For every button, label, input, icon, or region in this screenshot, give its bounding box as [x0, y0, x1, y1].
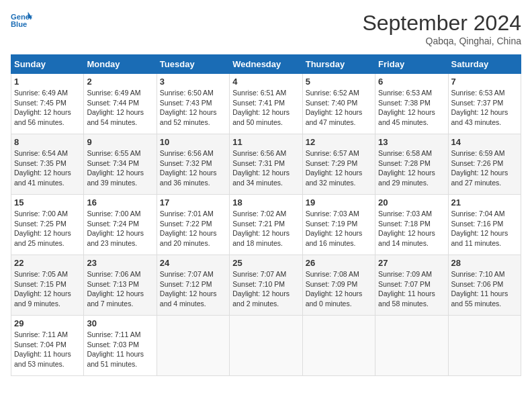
- day-info: Sunrise: 6:51 AM Sunset: 7:41 PM Dayligh…: [232, 88, 299, 128]
- day-number: 27: [378, 258, 445, 268]
- day-number: 21: [451, 197, 518, 208]
- day-number: 23: [87, 258, 153, 268]
- table-row: 2Sunrise: 6:49 AM Sunset: 7:44 PM Daylig…: [84, 74, 157, 134]
- table-row: 15Sunrise: 7:00 AM Sunset: 7:25 PM Dayli…: [11, 195, 84, 255]
- day-number: 10: [160, 137, 226, 147]
- calendar-week-4: 29Sunrise: 7:11 AM Sunset: 7:04 PM Dayli…: [11, 316, 521, 376]
- day-info: Sunrise: 7:08 AM Sunset: 7:09 PM Dayligh…: [306, 269, 372, 309]
- day-number: 26: [306, 258, 372, 268]
- calendar-week-2: 15Sunrise: 7:00 AM Sunset: 7:25 PM Dayli…: [11, 195, 521, 255]
- table-row: 23Sunrise: 7:06 AM Sunset: 7:13 PM Dayli…: [84, 255, 157, 316]
- day-info: Sunrise: 7:05 AM Sunset: 7:15 PM Dayligh…: [14, 269, 81, 309]
- table-row: 11Sunrise: 6:56 AM Sunset: 7:31 PM Dayli…: [230, 134, 302, 195]
- day-info: Sunrise: 7:11 AM Sunset: 7:04 PM Dayligh…: [14, 330, 81, 369]
- day-info: Sunrise: 6:56 AM Sunset: 7:32 PM Dayligh…: [160, 148, 226, 188]
- day-number: 19: [306, 197, 372, 208]
- table-row: [157, 316, 229, 376]
- table-row: 8Sunrise: 6:54 AM Sunset: 7:35 PM Daylig…: [11, 134, 84, 195]
- day-info: Sunrise: 7:00 AM Sunset: 7:25 PM Dayligh…: [14, 209, 81, 248]
- day-number: 18: [232, 197, 299, 208]
- table-row: 14Sunrise: 6:59 AM Sunset: 7:26 PM Dayli…: [448, 134, 521, 195]
- location-subtitle: Qabqa, Qinghai, China: [362, 36, 521, 46]
- day-info: Sunrise: 7:09 AM Sunset: 7:07 PM Dayligh…: [378, 269, 445, 309]
- col-tuesday: Tuesday: [157, 55, 229, 74]
- logo-icon: General Blue: [11, 11, 32, 30]
- day-info: Sunrise: 6:55 AM Sunset: 7:34 PM Dayligh…: [87, 148, 153, 188]
- calendar-table: Sunday Monday Tuesday Wednesday Thursday…: [11, 54, 521, 376]
- table-row: 9Sunrise: 6:55 AM Sunset: 7:34 PM Daylig…: [84, 134, 157, 195]
- day-number: 24: [160, 258, 226, 268]
- calendar-week-1: 8Sunrise: 6:54 AM Sunset: 7:35 PM Daylig…: [11, 134, 521, 195]
- col-sunday: Sunday: [11, 55, 84, 74]
- day-info: Sunrise: 6:50 AM Sunset: 7:43 PM Dayligh…: [160, 88, 226, 128]
- table-row: [375, 316, 448, 376]
- day-info: Sunrise: 6:57 AM Sunset: 7:29 PM Dayligh…: [306, 148, 372, 188]
- day-number: 14: [451, 137, 518, 147]
- day-info: Sunrise: 6:52 AM Sunset: 7:40 PM Dayligh…: [306, 88, 372, 128]
- day-number: 8: [14, 137, 81, 147]
- table-row: [448, 316, 521, 376]
- day-info: Sunrise: 6:49 AM Sunset: 7:44 PM Dayligh…: [87, 88, 153, 128]
- day-number: 29: [14, 318, 81, 328]
- col-monday: Monday: [84, 55, 157, 74]
- day-number: 25: [232, 258, 299, 268]
- day-info: Sunrise: 7:11 AM Sunset: 7:03 PM Dayligh…: [87, 330, 153, 369]
- col-friday: Friday: [375, 55, 448, 74]
- table-row: 28Sunrise: 7:10 AM Sunset: 7:06 PM Dayli…: [448, 255, 521, 316]
- day-info: Sunrise: 7:07 AM Sunset: 7:10 PM Dayligh…: [232, 269, 299, 309]
- day-number: 30: [87, 318, 153, 328]
- table-row: 20Sunrise: 7:03 AM Sunset: 7:18 PM Dayli…: [375, 195, 448, 255]
- month-title: September 2024: [362, 11, 521, 36]
- day-info: Sunrise: 6:53 AM Sunset: 7:37 PM Dayligh…: [451, 88, 518, 128]
- day-number: 22: [14, 258, 81, 268]
- day-number: 5: [306, 77, 372, 87]
- table-row: 22Sunrise: 7:05 AM Sunset: 7:15 PM Dayli…: [11, 255, 84, 316]
- title-block: September 2024 Qabqa, Qinghai, China: [362, 11, 521, 46]
- table-row: 17Sunrise: 7:01 AM Sunset: 7:22 PM Dayli…: [157, 195, 229, 255]
- page-header: General Blue September 2024 Qabqa, Qingh…: [11, 11, 521, 46]
- col-saturday: Saturday: [448, 55, 521, 74]
- table-row: 3Sunrise: 6:50 AM Sunset: 7:43 PM Daylig…: [157, 74, 229, 134]
- table-row: 27Sunrise: 7:09 AM Sunset: 7:07 PM Dayli…: [375, 255, 448, 316]
- logo: General Blue: [11, 11, 32, 30]
- table-row: 10Sunrise: 6:56 AM Sunset: 7:32 PM Dayli…: [157, 134, 229, 195]
- table-row: 29Sunrise: 7:11 AM Sunset: 7:04 PM Dayli…: [11, 316, 84, 376]
- day-info: Sunrise: 7:07 AM Sunset: 7:12 PM Dayligh…: [160, 269, 226, 309]
- svg-text:Blue: Blue: [11, 20, 27, 28]
- table-row: 1Sunrise: 6:49 AM Sunset: 7:45 PM Daylig…: [11, 74, 84, 134]
- table-row: 4Sunrise: 6:51 AM Sunset: 7:41 PM Daylig…: [230, 74, 302, 134]
- table-row: 24Sunrise: 7:07 AM Sunset: 7:12 PM Dayli…: [157, 255, 229, 316]
- day-info: Sunrise: 7:01 AM Sunset: 7:22 PM Dayligh…: [160, 209, 226, 248]
- table-row: 25Sunrise: 7:07 AM Sunset: 7:10 PM Dayli…: [230, 255, 302, 316]
- day-info: Sunrise: 6:58 AM Sunset: 7:28 PM Dayligh…: [378, 148, 445, 188]
- day-info: Sunrise: 6:56 AM Sunset: 7:31 PM Dayligh…: [232, 148, 299, 188]
- day-info: Sunrise: 6:49 AM Sunset: 7:45 PM Dayligh…: [14, 88, 81, 128]
- table-row: 6Sunrise: 6:53 AM Sunset: 7:38 PM Daylig…: [375, 74, 448, 134]
- day-info: Sunrise: 7:10 AM Sunset: 7:06 PM Dayligh…: [451, 269, 518, 309]
- table-row: 21Sunrise: 7:04 AM Sunset: 7:16 PM Dayli…: [448, 195, 521, 255]
- day-number: 7: [451, 77, 518, 87]
- day-number: 11: [232, 137, 299, 147]
- table-row: 16Sunrise: 7:00 AM Sunset: 7:24 PM Dayli…: [84, 195, 157, 255]
- table-row: 30Sunrise: 7:11 AM Sunset: 7:03 PM Dayli…: [84, 316, 157, 376]
- day-info: Sunrise: 6:54 AM Sunset: 7:35 PM Dayligh…: [14, 148, 81, 188]
- table-row: 18Sunrise: 7:02 AM Sunset: 7:21 PM Dayli…: [230, 195, 302, 255]
- day-number: 6: [378, 77, 445, 87]
- calendar-week-0: 1Sunrise: 6:49 AM Sunset: 7:45 PM Daylig…: [11, 74, 521, 134]
- table-row: 7Sunrise: 6:53 AM Sunset: 7:37 PM Daylig…: [448, 74, 521, 134]
- day-info: Sunrise: 7:03 AM Sunset: 7:19 PM Dayligh…: [306, 209, 372, 248]
- day-info: Sunrise: 7:00 AM Sunset: 7:24 PM Dayligh…: [87, 209, 153, 248]
- day-number: 17: [160, 197, 226, 208]
- day-info: Sunrise: 7:04 AM Sunset: 7:16 PM Dayligh…: [451, 209, 518, 248]
- day-number: 2: [87, 77, 153, 87]
- table-row: 13Sunrise: 6:58 AM Sunset: 7:28 PM Dayli…: [375, 134, 448, 195]
- table-row: [230, 316, 302, 376]
- day-number: 12: [306, 137, 372, 147]
- calendar-week-3: 22Sunrise: 7:05 AM Sunset: 7:15 PM Dayli…: [11, 255, 521, 316]
- day-number: 13: [378, 137, 445, 147]
- table-row: 12Sunrise: 6:57 AM Sunset: 7:29 PM Dayli…: [302, 134, 375, 195]
- table-row: [302, 316, 375, 376]
- table-row: 26Sunrise: 7:08 AM Sunset: 7:09 PM Dayli…: [302, 255, 375, 316]
- day-number: 15: [14, 197, 81, 208]
- table-row: 19Sunrise: 7:03 AM Sunset: 7:19 PM Dayli…: [302, 195, 375, 255]
